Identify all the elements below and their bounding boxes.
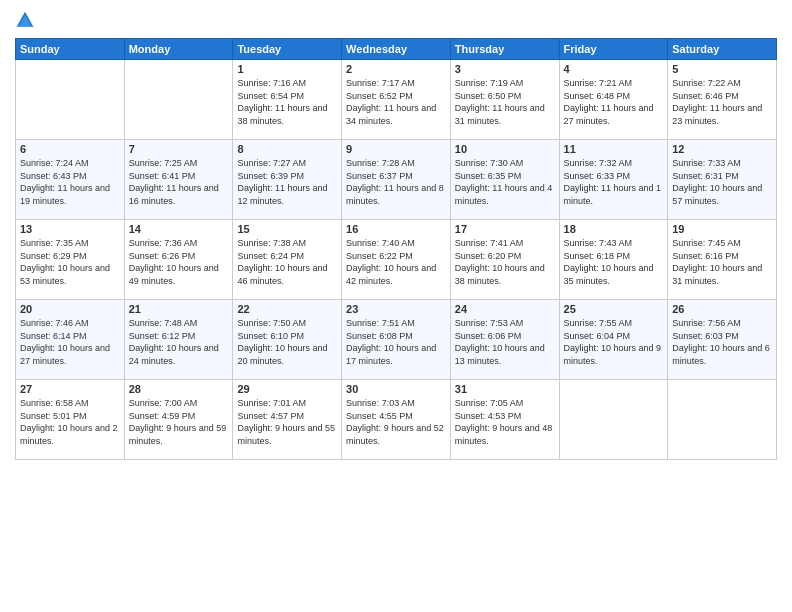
day-cell: 19Sunrise: 7:45 AMSunset: 6:16 PMDayligh… bbox=[668, 220, 777, 300]
day-info: Sunrise: 7:00 AMSunset: 4:59 PMDaylight:… bbox=[129, 397, 229, 447]
day-info: Sunrise: 7:30 AMSunset: 6:35 PMDaylight:… bbox=[455, 157, 555, 207]
day-number: 14 bbox=[129, 223, 229, 235]
weekday-header-saturday: Saturday bbox=[668, 39, 777, 60]
day-cell bbox=[559, 380, 668, 460]
day-cell: 31Sunrise: 7:05 AMSunset: 4:53 PMDayligh… bbox=[450, 380, 559, 460]
day-info: Sunrise: 7:48 AMSunset: 6:12 PMDaylight:… bbox=[129, 317, 229, 367]
day-number: 20 bbox=[20, 303, 120, 315]
day-cell: 26Sunrise: 7:56 AMSunset: 6:03 PMDayligh… bbox=[668, 300, 777, 380]
day-info: Sunrise: 7:22 AMSunset: 6:46 PMDaylight:… bbox=[672, 77, 772, 127]
weekday-header-thursday: Thursday bbox=[450, 39, 559, 60]
calendar-table: SundayMondayTuesdayWednesdayThursdayFrid… bbox=[15, 38, 777, 460]
day-number: 11 bbox=[564, 143, 664, 155]
week-row-2: 6Sunrise: 7:24 AMSunset: 6:43 PMDaylight… bbox=[16, 140, 777, 220]
day-number: 6 bbox=[20, 143, 120, 155]
day-number: 31 bbox=[455, 383, 555, 395]
day-cell: 16Sunrise: 7:40 AMSunset: 6:22 PMDayligh… bbox=[342, 220, 451, 300]
day-info: Sunrise: 7:24 AMSunset: 6:43 PMDaylight:… bbox=[20, 157, 120, 207]
day-info: Sunrise: 7:32 AMSunset: 6:33 PMDaylight:… bbox=[564, 157, 664, 207]
logo-icon bbox=[15, 10, 35, 30]
day-cell: 25Sunrise: 7:55 AMSunset: 6:04 PMDayligh… bbox=[559, 300, 668, 380]
day-cell: 15Sunrise: 7:38 AMSunset: 6:24 PMDayligh… bbox=[233, 220, 342, 300]
day-info: Sunrise: 7:27 AMSunset: 6:39 PMDaylight:… bbox=[237, 157, 337, 207]
day-info: Sunrise: 7:25 AMSunset: 6:41 PMDaylight:… bbox=[129, 157, 229, 207]
day-number: 1 bbox=[237, 63, 337, 75]
logo bbox=[15, 10, 37, 30]
day-cell: 18Sunrise: 7:43 AMSunset: 6:18 PMDayligh… bbox=[559, 220, 668, 300]
day-info: Sunrise: 7:05 AMSunset: 4:53 PMDaylight:… bbox=[455, 397, 555, 447]
day-info: Sunrise: 7:51 AMSunset: 6:08 PMDaylight:… bbox=[346, 317, 446, 367]
day-number: 18 bbox=[564, 223, 664, 235]
day-info: Sunrise: 7:50 AMSunset: 6:10 PMDaylight:… bbox=[237, 317, 337, 367]
day-info: Sunrise: 7:01 AMSunset: 4:57 PMDaylight:… bbox=[237, 397, 337, 447]
day-number: 12 bbox=[672, 143, 772, 155]
day-number: 28 bbox=[129, 383, 229, 395]
day-info: Sunrise: 7:19 AMSunset: 6:50 PMDaylight:… bbox=[455, 77, 555, 127]
day-cell bbox=[16, 60, 125, 140]
day-info: Sunrise: 7:17 AMSunset: 6:52 PMDaylight:… bbox=[346, 77, 446, 127]
day-info: Sunrise: 7:53 AMSunset: 6:06 PMDaylight:… bbox=[455, 317, 555, 367]
day-info: Sunrise: 7:38 AMSunset: 6:24 PMDaylight:… bbox=[237, 237, 337, 287]
day-number: 23 bbox=[346, 303, 446, 315]
week-row-4: 20Sunrise: 7:46 AMSunset: 6:14 PMDayligh… bbox=[16, 300, 777, 380]
day-cell: 3Sunrise: 7:19 AMSunset: 6:50 PMDaylight… bbox=[450, 60, 559, 140]
day-number: 21 bbox=[129, 303, 229, 315]
day-info: Sunrise: 7:45 AMSunset: 6:16 PMDaylight:… bbox=[672, 237, 772, 287]
day-info: Sunrise: 7:40 AMSunset: 6:22 PMDaylight:… bbox=[346, 237, 446, 287]
day-info: Sunrise: 6:58 AMSunset: 5:01 PMDaylight:… bbox=[20, 397, 120, 447]
day-cell: 2Sunrise: 7:17 AMSunset: 6:52 PMDaylight… bbox=[342, 60, 451, 140]
day-info: Sunrise: 7:03 AMSunset: 4:55 PMDaylight:… bbox=[346, 397, 446, 447]
day-cell: 14Sunrise: 7:36 AMSunset: 6:26 PMDayligh… bbox=[124, 220, 233, 300]
day-number: 13 bbox=[20, 223, 120, 235]
day-cell: 28Sunrise: 7:00 AMSunset: 4:59 PMDayligh… bbox=[124, 380, 233, 460]
day-number: 16 bbox=[346, 223, 446, 235]
page: SundayMondayTuesdayWednesdayThursdayFrid… bbox=[0, 0, 792, 612]
day-cell: 30Sunrise: 7:03 AMSunset: 4:55 PMDayligh… bbox=[342, 380, 451, 460]
day-info: Sunrise: 7:33 AMSunset: 6:31 PMDaylight:… bbox=[672, 157, 772, 207]
day-number: 8 bbox=[237, 143, 337, 155]
day-cell bbox=[668, 380, 777, 460]
day-cell: 12Sunrise: 7:33 AMSunset: 6:31 PMDayligh… bbox=[668, 140, 777, 220]
weekday-header-monday: Monday bbox=[124, 39, 233, 60]
day-number: 24 bbox=[455, 303, 555, 315]
day-info: Sunrise: 7:56 AMSunset: 6:03 PMDaylight:… bbox=[672, 317, 772, 367]
day-cell: 8Sunrise: 7:27 AMSunset: 6:39 PMDaylight… bbox=[233, 140, 342, 220]
day-cell: 9Sunrise: 7:28 AMSunset: 6:37 PMDaylight… bbox=[342, 140, 451, 220]
day-number: 15 bbox=[237, 223, 337, 235]
day-number: 25 bbox=[564, 303, 664, 315]
day-info: Sunrise: 7:21 AMSunset: 6:48 PMDaylight:… bbox=[564, 77, 664, 127]
header bbox=[15, 10, 777, 30]
day-number: 19 bbox=[672, 223, 772, 235]
day-number: 10 bbox=[455, 143, 555, 155]
day-number: 22 bbox=[237, 303, 337, 315]
week-row-1: 1Sunrise: 7:16 AMSunset: 6:54 PMDaylight… bbox=[16, 60, 777, 140]
weekday-header-sunday: Sunday bbox=[16, 39, 125, 60]
day-number: 3 bbox=[455, 63, 555, 75]
week-row-3: 13Sunrise: 7:35 AMSunset: 6:29 PMDayligh… bbox=[16, 220, 777, 300]
weekday-header-friday: Friday bbox=[559, 39, 668, 60]
day-number: 27 bbox=[20, 383, 120, 395]
day-cell: 6Sunrise: 7:24 AMSunset: 6:43 PMDaylight… bbox=[16, 140, 125, 220]
day-cell: 22Sunrise: 7:50 AMSunset: 6:10 PMDayligh… bbox=[233, 300, 342, 380]
day-info: Sunrise: 7:35 AMSunset: 6:29 PMDaylight:… bbox=[20, 237, 120, 287]
day-number: 26 bbox=[672, 303, 772, 315]
day-cell: 10Sunrise: 7:30 AMSunset: 6:35 PMDayligh… bbox=[450, 140, 559, 220]
day-cell: 21Sunrise: 7:48 AMSunset: 6:12 PMDayligh… bbox=[124, 300, 233, 380]
day-number: 5 bbox=[672, 63, 772, 75]
day-cell: 1Sunrise: 7:16 AMSunset: 6:54 PMDaylight… bbox=[233, 60, 342, 140]
day-cell: 4Sunrise: 7:21 AMSunset: 6:48 PMDaylight… bbox=[559, 60, 668, 140]
day-cell: 13Sunrise: 7:35 AMSunset: 6:29 PMDayligh… bbox=[16, 220, 125, 300]
day-cell: 29Sunrise: 7:01 AMSunset: 4:57 PMDayligh… bbox=[233, 380, 342, 460]
day-cell: 7Sunrise: 7:25 AMSunset: 6:41 PMDaylight… bbox=[124, 140, 233, 220]
day-info: Sunrise: 7:36 AMSunset: 6:26 PMDaylight:… bbox=[129, 237, 229, 287]
day-number: 4 bbox=[564, 63, 664, 75]
day-cell: 17Sunrise: 7:41 AMSunset: 6:20 PMDayligh… bbox=[450, 220, 559, 300]
day-info: Sunrise: 7:41 AMSunset: 6:20 PMDaylight:… bbox=[455, 237, 555, 287]
day-number: 17 bbox=[455, 223, 555, 235]
weekday-header-tuesday: Tuesday bbox=[233, 39, 342, 60]
day-info: Sunrise: 7:28 AMSunset: 6:37 PMDaylight:… bbox=[346, 157, 446, 207]
weekday-header-row: SundayMondayTuesdayWednesdayThursdayFrid… bbox=[16, 39, 777, 60]
day-cell: 24Sunrise: 7:53 AMSunset: 6:06 PMDayligh… bbox=[450, 300, 559, 380]
day-cell: 11Sunrise: 7:32 AMSunset: 6:33 PMDayligh… bbox=[559, 140, 668, 220]
day-number: 2 bbox=[346, 63, 446, 75]
